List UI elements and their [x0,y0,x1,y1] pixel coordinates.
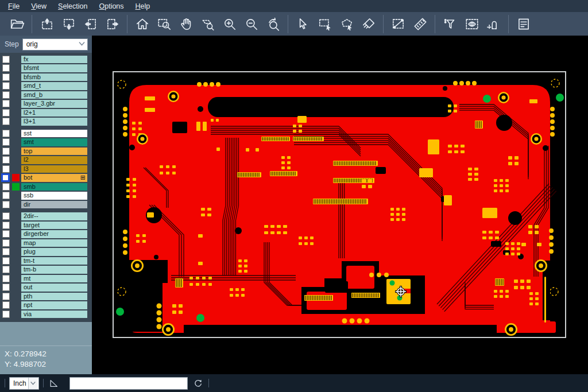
layer-label-mt[interactable]: mt [21,275,87,283]
zoom-in-button[interactable] [222,16,237,32]
select-polygon-button[interactable] [339,16,354,32]
corner-measure-icon[interactable] [48,377,60,390]
zoom-window-button[interactable] [156,16,172,32]
menu-item-options[interactable]: Options [93,1,129,11]
layer-row-smd_t: smd_t [0,82,92,91]
layer-label-out[interactable]: out [21,284,87,292]
measure-distance-button[interactable] [390,16,406,32]
layer-checkbox-npt[interactable] [2,301,10,309]
pan-down-button[interactable] [61,16,76,32]
layer-checkbox-l2[interactable] [2,156,10,164]
layer-checkbox-fx[interactable] [2,56,10,63]
layer-checkbox-map[interactable] [2,239,10,247]
layer-checkbox-smb[interactable] [2,183,10,191]
pan-up-button[interactable] [39,16,55,32]
layer-checkbox-layer_3.gbr[interactable] [2,100,10,107]
application-window: FileViewSelectionOptionsHelp Step orig f… [0,0,588,392]
zoom-drag-button[interactable] [200,16,215,32]
layer-label-dir[interactable]: dir [21,201,87,209]
filter-button[interactable] [442,16,458,32]
pan-right-button[interactable] [105,16,120,32]
layer-label-l2+1[interactable]: l2+1 [21,109,87,117]
layer-label-layer_3.gbr[interactable]: layer_3.gbr [21,100,87,108]
clean-brush-button[interactable] [361,16,376,32]
layer-checkbox-l2+1[interactable] [2,109,10,117]
home-button[interactable] [134,16,150,32]
unit-dropdown[interactable]: Inch [9,377,39,390]
layer-label-bfsmb[interactable]: bfsmb [21,73,87,81]
layer-checkbox-out[interactable] [2,284,10,291]
layer-label-tm-b[interactable]: tm-b [21,266,87,274]
layer-label-l3+1[interactable]: l3+1 [21,118,87,126]
zoom-out-button[interactable] [243,16,259,32]
layer-checkbox-target[interactable] [2,222,10,229]
layer-label-ssb[interactable]: ssb [21,192,87,200]
layer-label-map[interactable]: map [21,239,87,247]
layer-label-target[interactable]: target [21,222,87,230]
pcb-canvas[interactable] [92,36,588,374]
layer-checkbox-mt[interactable] [2,275,10,282]
layer-checkbox-bfsmb[interactable] [2,73,10,81]
pan-hand-button[interactable] [178,16,194,32]
layer-label-tm-t[interactable]: tm-t [21,257,87,265]
layer-checkbox-dirgerber[interactable] [2,230,10,238]
layer-label-bfsmt[interactable]: bfsmt [21,64,87,72]
layer-checkbox-bfsmt[interactable] [2,64,10,72]
layer-label-smb[interactable]: smb [21,183,87,191]
command-input[interactable] [69,377,188,390]
layer-label-fx[interactable]: fx [21,56,87,64]
layer-label-via[interactable]: via [21,311,87,319]
layer-checkbox-plug[interactable] [2,248,10,255]
snap-button[interactable] [486,16,501,32]
select-rect-button[interactable] [317,16,332,32]
layer-label-l2[interactable]: l2 [21,156,87,164]
menu-item-help[interactable]: Help [130,1,156,11]
menu-item-selection[interactable]: Selection [52,1,93,11]
layer-checkbox-2dir--[interactable] [2,212,10,220]
layer-row-l2: l2 [0,156,92,165]
layer-label-npt[interactable]: npt [21,301,87,309]
layer-row-fx: fx [0,55,92,64]
open-folder-icon [10,17,25,32]
layer-checkbox-smd_b[interactable] [2,91,10,99]
layer-list: fxbfsmtbfsmbsmd_tsmd_blayer_3.gbrl2+1l3+… [0,53,92,322]
pan-left-button[interactable] [83,16,98,32]
layer-label-plug[interactable]: plug [21,248,87,256]
layer-checkbox-sst[interactable] [2,130,10,137]
layer-label-smd_b[interactable]: smd_b [21,91,87,99]
layer-label-dirgerber[interactable]: dirgerber [21,230,87,238]
layer-checkbox-bot[interactable] [1,173,10,182]
layer-checkbox-dir[interactable] [2,201,10,208]
layer-checkbox-tm-b[interactable] [2,266,10,273]
layer-label-bot[interactable]: bot⊞ [21,174,87,182]
layer-label-smt[interactable]: smt [21,138,87,146]
layer-label-top[interactable]: top [21,148,87,156]
toolbar [0,12,588,36]
layer-label-l3[interactable]: l3 [21,165,87,173]
layer-panel-button[interactable] [516,16,531,32]
ruler-button[interactable] [412,16,428,32]
open-folder-button[interactable] [9,16,25,32]
layer-checkbox-l3+1[interactable] [2,118,10,125]
layer-checkbox-tm-t[interactable] [2,257,10,265]
layer-checkbox-smt[interactable] [2,138,10,146]
step-dropdown[interactable]: orig [22,38,88,51]
view-area-button[interactable] [464,16,479,32]
layer-label-pth[interactable]: pth [21,293,87,301]
layer-checkbox-l3[interactable] [2,165,10,173]
layer-checkbox-via[interactable] [2,311,10,318]
layer-checkbox-ssb[interactable] [2,192,10,199]
menu-item-view[interactable]: View [25,1,52,11]
refresh-icon[interactable] [192,377,204,390]
layer-label-smd_t[interactable]: smd_t [21,82,87,90]
layer-checkbox-pth[interactable] [2,293,10,300]
layer-label-2dir--[interactable]: 2dir-- [21,212,87,220]
layer-label-sst[interactable]: sst [21,130,87,138]
zoom-previous-button[interactable] [265,16,281,32]
toolbar-group [508,15,538,33]
chevron-down-icon [28,378,37,389]
menu-item-file[interactable]: File [2,1,25,11]
layer-checkbox-smd_t[interactable] [2,82,10,90]
select-cursor-button[interactable] [295,16,311,32]
layer-checkbox-top[interactable] [2,148,10,155]
